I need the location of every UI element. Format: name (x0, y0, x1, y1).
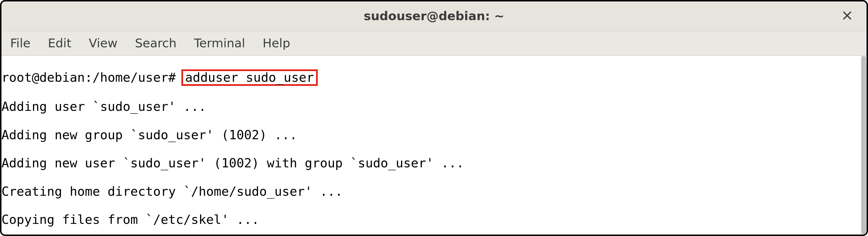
terminal-window: sudouser@debian: ~ File Edit View Search… (0, 0, 868, 236)
menu-view[interactable]: View (86, 35, 121, 52)
scrollbar-thumb[interactable] (861, 56, 866, 235)
close-button[interactable] (840, 9, 855, 23)
output-line: Copying files from `/etc/skel' ... (1, 212, 861, 227)
menubar: File Edit View Search Terminal Help (1, 31, 867, 56)
scrollbar[interactable] (861, 56, 867, 235)
command-highlight: adduser sudo_user (181, 69, 317, 86)
menu-file[interactable]: File (7, 35, 33, 52)
command-text: adduser sudo_user (185, 70, 314, 85)
prompt-line: root@debian:/home/user# adduser sudo_use… (1, 70, 861, 85)
output-line: Creating home directory `/home/sudo_user… (1, 184, 861, 199)
window-title: sudouser@debian: ~ (364, 9, 504, 23)
menu-terminal[interactable]: Terminal (191, 35, 248, 52)
output-line: Adding new group `sudo_user' (1002) ... (1, 128, 861, 142)
output-line: Adding new user `sudo_user' (1002) with … (1, 156, 861, 170)
menu-search[interactable]: Search (132, 35, 180, 52)
output-line: Adding user `sudo_user' ... (1, 100, 861, 113)
terminal-area[interactable]: root@debian:/home/user# adduser sudo_use… (1, 56, 867, 235)
close-icon (842, 10, 852, 22)
shell-prompt: root@debian:/home/user# (1, 70, 183, 85)
menu-edit[interactable]: Edit (45, 35, 74, 52)
terminal-content: root@debian:/home/user# adduser sudo_use… (1, 56, 861, 235)
titlebar: sudouser@debian: ~ (1, 1, 867, 31)
menu-help[interactable]: Help (259, 35, 293, 52)
